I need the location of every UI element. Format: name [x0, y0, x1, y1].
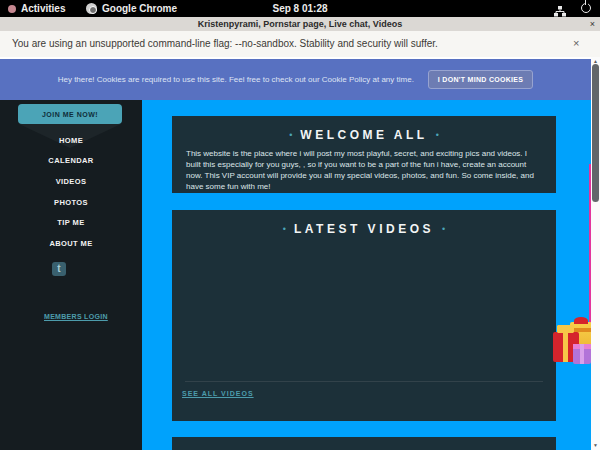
flag-warning-text: You are using an unsupported command-lin…: [12, 38, 438, 49]
bullet-icon: •: [283, 224, 286, 234]
cookie-message: Hey there! Cookies are required to use t…: [58, 75, 414, 84]
flag-warning-bar: You are using an unsupported command-lin…: [0, 31, 600, 57]
page-viewport: Hey there! Cookies are required to use t…: [0, 57, 591, 450]
cookie-accept-button[interactable]: I DON'T MIND COOKIES: [428, 70, 533, 89]
window-title: Kristenpyrami, Pornstar page, Live chat,…: [198, 19, 402, 29]
sidebar-item-videos[interactable]: VIDEOS: [0, 171, 142, 192]
gnome-top-bar: Activities Google Chrome Sep 8 01:28: [0, 0, 600, 17]
sidebar-item-aboutme[interactable]: ABOUT ME: [0, 233, 142, 254]
next-section-panel: [172, 437, 556, 450]
site-body: JOIN ME NOW! HOME CALENDAR VIDEOS PHOTOS…: [0, 100, 591, 450]
gift-purple-icon: [573, 344, 591, 364]
scrollbar-thumb[interactable]: [592, 64, 599, 202]
power-icon[interactable]: [581, 3, 591, 13]
sidebar: JOIN ME NOW! HOME CALENDAR VIDEOS PHOTOS…: [0, 100, 142, 450]
gift-widget[interactable]: [551, 318, 591, 364]
scrollbar[interactable]: ▲ ▼: [591, 57, 600, 450]
latest-videos-title-row: • LATEST VIDEOS •: [172, 210, 556, 236]
sidebar-nav: HOME CALENDAR VIDEOS PHOTOS TIP ME ABOUT…: [0, 130, 142, 254]
panel-divider: [185, 381, 543, 382]
join-me-now-button[interactable]: JOIN ME NOW!: [18, 104, 122, 124]
welcome-title: WELCOME ALL: [300, 128, 427, 142]
sidebar-item-tipme[interactable]: TIP ME: [0, 212, 142, 233]
welcome-title-row: • WELCOME ALL •: [172, 116, 556, 142]
sidebar-item-photos[interactable]: PHOTOS: [0, 192, 142, 213]
scroll-down-icon[interactable]: ▼: [591, 442, 600, 448]
members-login-link[interactable]: MEMBERS LOGIN: [44, 313, 108, 320]
bullet-icon: •: [442, 224, 445, 234]
welcome-body-text: This website is the place where i will p…: [186, 148, 542, 192]
clock[interactable]: Sep 8 01:28: [0, 3, 600, 14]
sidebar-item-home[interactable]: HOME: [0, 130, 142, 151]
window-title-bar: Kristenpyrami, Pornstar page, Live chat,…: [0, 17, 600, 31]
cookie-banner: Hey there! Cookies are required to use t…: [0, 59, 591, 100]
window-close-icon[interactable]: ×: [590, 17, 595, 31]
sidebar-item-calendar[interactable]: CALENDAR: [0, 151, 142, 172]
welcome-panel: • WELCOME ALL • This website is the plac…: [172, 116, 556, 193]
flag-warning-close-icon[interactable]: ×: [573, 37, 579, 49]
see-all-videos-link[interactable]: SEE ALL VIDEOS: [182, 390, 254, 397]
tumblr-icon[interactable]: t: [52, 262, 66, 276]
latest-videos-panel: • LATEST VIDEOS • SEE ALL VIDEOS: [172, 210, 556, 421]
latest-videos-title: LATEST VIDEOS: [294, 222, 434, 236]
bullet-icon: •: [289, 130, 292, 140]
bullet-icon: •: [436, 130, 439, 140]
